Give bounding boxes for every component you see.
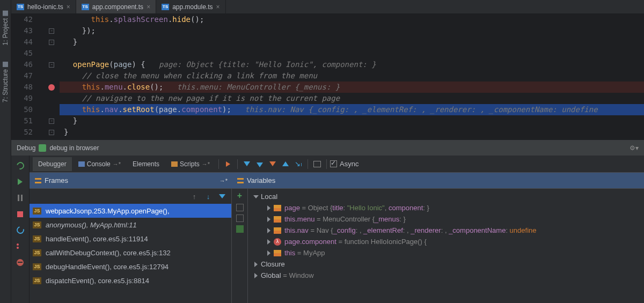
debug-label: Debug <box>17 144 35 152</box>
variable-row[interactable]: Global = Window <box>248 270 644 281</box>
disclosure-icon[interactable] <box>267 239 270 245</box>
fold-icon[interactable] <box>49 28 54 34</box>
debug-tool-header: Debug debug in browser ⚙︎▾ <box>11 139 644 156</box>
code-line[interactable]: this.nav.setRoot(page.component); this.n… <box>60 104 644 115</box>
tab-label: hello-ionic.ts <box>27 3 63 11</box>
rerun-button[interactable] <box>14 160 26 172</box>
frame-up-button[interactable]: ↑ <box>188 190 200 202</box>
disclosure-icon[interactable] <box>254 262 258 267</box>
frames-detach-icon[interactable]: →* <box>219 178 228 184</box>
code-line[interactable]: this.splashScreen.hide(); <box>60 14 644 25</box>
disclosure-icon[interactable] <box>267 250 270 256</box>
variables-title: Variables <box>247 176 275 184</box>
reload-icon <box>15 225 25 235</box>
elements-tab[interactable]: Elements <box>127 157 165 171</box>
variable-row[interactable]: Local <box>248 191 644 202</box>
frame-list: JSwebpackJsonp.253.MyApp.openPage(),JSan… <box>30 204 231 287</box>
add-watch-button[interactable]: + <box>237 191 242 201</box>
code-line[interactable]: } <box>60 36 644 48</box>
structure-tool-tab[interactable]: 7: Structure <box>2 62 9 102</box>
step-over-button[interactable] <box>241 158 253 170</box>
force-step-into-button[interactable] <box>267 158 279 170</box>
code-area[interactable]: this.splashScreen.hide(); }); } openPage… <box>60 14 644 139</box>
js-icon: JS <box>33 263 41 270</box>
stack-frame[interactable]: JSanonymous(), MyApp.html:11 <box>30 218 231 232</box>
variable-row[interactable]: this = MyApp <box>248 247 644 258</box>
editor-tab[interactable]: TSapp.component.ts× <box>76 0 156 13</box>
mute-breakpoints-button[interactable] <box>14 256 26 268</box>
disclosure-icon[interactable] <box>254 273 258 278</box>
debugger-tab[interactable]: Debugger <box>33 157 72 171</box>
breakpoint-icon[interactable] <box>48 84 55 91</box>
debug-config-name[interactable]: debug in browser <box>49 144 99 152</box>
gutter-icon-strip <box>43 14 60 139</box>
gear-icon[interactable]: ⚙︎▾ <box>630 144 639 152</box>
view-breakpoints-button[interactable] <box>14 240 26 252</box>
disclosure-icon[interactable] <box>267 228 270 233</box>
stack-frame[interactable]: JShandleEvent(), core.es5.js:11914 <box>30 232 231 246</box>
frames-title: Frames <box>45 176 68 184</box>
stop-button[interactable] <box>14 208 26 220</box>
tab-label: app.module.ts <box>172 3 213 11</box>
structure-icon <box>3 62 8 67</box>
stack-frame[interactable]: JScallWithDebugContext(), core.es5.js:13… <box>30 246 231 260</box>
object-icon <box>274 205 281 211</box>
async-checkbox[interactable]: Async <box>330 160 358 168</box>
close-icon[interactable]: × <box>216 3 220 11</box>
frame-down-button[interactable]: ↓ <box>202 190 214 202</box>
run-to-cursor-button[interactable]: ↘I <box>292 158 304 170</box>
code-line[interactable] <box>60 48 644 59</box>
code-line[interactable]: }); <box>60 25 644 36</box>
left-tool-rail: 1: Project 7: Structure <box>0 0 11 303</box>
step-over-icon <box>244 161 250 166</box>
object-icon <box>274 216 281 223</box>
fold-icon[interactable] <box>49 62 54 68</box>
fold-icon[interactable] <box>49 130 54 135</box>
frames-vars-header: Frames →* Variables <box>30 173 644 189</box>
evaluate-expression-button[interactable] <box>311 158 323 170</box>
close-icon[interactable]: × <box>147 3 150 11</box>
step-out-button[interactable] <box>280 158 291 170</box>
stack-frame[interactable]: JSdebugHandleEvent(), core.es5.js:12794 <box>30 260 231 274</box>
debug-side-actions <box>11 156 30 303</box>
fold-icon[interactable] <box>49 119 54 124</box>
editor-tab[interactable]: TSapp.module.ts× <box>156 0 225 13</box>
editor-tab[interactable]: TShello-ionic.ts× <box>11 0 76 13</box>
pause-button[interactable] <box>14 192 26 204</box>
disclosure-icon[interactable] <box>267 217 270 222</box>
frame-filter-button[interactable] <box>216 190 228 202</box>
disclosure-icon[interactable] <box>267 205 270 211</box>
export-icon[interactable] <box>236 225 244 233</box>
disclosure-icon[interactable] <box>253 195 259 198</box>
step-into-button[interactable] <box>254 158 266 170</box>
resume-button[interactable] <box>14 176 26 188</box>
object-icon <box>274 250 281 256</box>
code-line[interactable]: } <box>60 127 644 138</box>
console-tab[interactable]: Console→* <box>73 157 126 171</box>
code-line[interactable]: // close the menu when clicking a link f… <box>60 70 644 82</box>
debug-toolbar: Debugger Console→* Elements Scripts→* ↘I… <box>30 156 644 173</box>
copy-icon[interactable] <box>236 204 244 211</box>
variable-row[interactable]: page = Object {title: "Hello Ionic", com… <box>248 202 644 213</box>
close-icon[interactable]: × <box>67 3 70 11</box>
stop-icon <box>17 211 23 217</box>
reload-button[interactable] <box>14 224 26 236</box>
project-tool-tab[interactable]: 1: Project <box>2 11 9 46</box>
code-line[interactable]: this.menu.close(); this.menu: MenuContro… <box>60 82 644 93</box>
variable-row[interactable]: this.nav = Nav {_config: , _elementRef: … <box>248 225 644 236</box>
typescript-icon: TS <box>82 4 89 10</box>
fold-icon[interactable] <box>49 40 54 45</box>
show-execution-point-button[interactable] <box>222 158 234 170</box>
code-editor[interactable]: 4243444546474849505152 this.splashScreen… <box>11 14 644 139</box>
code-line[interactable]: // navigate to the new page if it is not… <box>60 93 644 104</box>
scripts-tab[interactable]: Scripts→* <box>166 157 215 171</box>
stack-frame[interactable]: JSdispatchEvent(), core.es5.js:8814 <box>30 274 231 287</box>
variables-tree[interactable]: Localpage = Object {title: "Hello Ionic"… <box>248 189 644 303</box>
variable-row[interactable]: λpage.component = function HelloIonicPag… <box>248 236 644 247</box>
stack-frame[interactable]: JSwebpackJsonp.253.MyApp.openPage(), <box>30 204 231 218</box>
code-line[interactable]: openPage(page) { page: Object {title: "H… <box>60 59 644 70</box>
paste-icon[interactable] <box>236 215 244 222</box>
variable-row[interactable]: Closure <box>248 258 644 270</box>
code-line[interactable]: } <box>60 115 644 127</box>
variable-row[interactable]: this.menu = MenuController {_menus: } <box>248 213 644 225</box>
